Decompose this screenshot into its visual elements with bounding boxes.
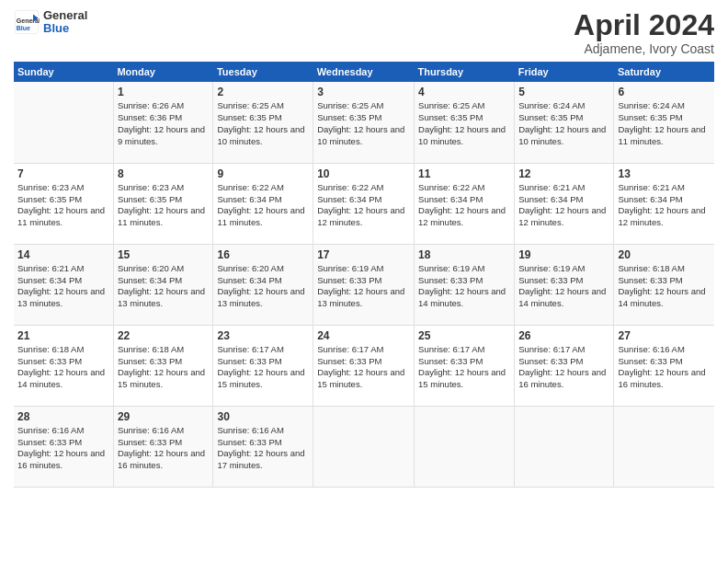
day-cell: 25Sunrise: 6:17 AMSunset: 6:33 PMDayligh… — [415, 325, 515, 406]
day-cell: 15Sunrise: 6:20 AMSunset: 6:34 PMDayligh… — [113, 244, 213, 325]
day-info: Sunrise: 6:21 AMSunset: 6:34 PMDaylight:… — [618, 182, 711, 229]
day-cell — [313, 406, 415, 487]
day-cell: 10Sunrise: 6:22 AMSunset: 6:34 PMDayligh… — [313, 163, 415, 244]
day-number: 9 — [217, 167, 309, 180]
day-number: 1 — [118, 86, 210, 98]
day-number: 16 — [217, 248, 309, 261]
header-row: Sunday Monday Tuesday Wednesday Thursday… — [14, 62, 714, 82]
col-saturday: Saturday — [614, 62, 714, 82]
day-info: Sunrise: 6:16 AMSunset: 6:33 PMDaylight:… — [17, 425, 109, 472]
day-number: 13 — [618, 167, 711, 180]
col-monday: Monday — [113, 62, 213, 82]
day-number: 29 — [118, 410, 210, 423]
day-info: Sunrise: 6:22 AMSunset: 6:34 PMDaylight:… — [317, 182, 410, 229]
day-number: 30 — [217, 410, 309, 423]
day-cell — [415, 406, 515, 487]
day-cell: 9Sunrise: 6:22 AMSunset: 6:34 PMDaylight… — [213, 163, 313, 244]
day-cell: 4Sunrise: 6:25 AMSunset: 6:35 PMDaylight… — [415, 82, 515, 163]
day-info: Sunrise: 6:17 AMSunset: 6:33 PMDaylight:… — [418, 344, 510, 391]
day-info: Sunrise: 6:18 AMSunset: 6:33 PMDaylight:… — [618, 263, 711, 310]
day-number: 7 — [17, 167, 109, 180]
day-cell: 23Sunrise: 6:17 AMSunset: 6:33 PMDayligh… — [213, 325, 313, 406]
day-cell: 2Sunrise: 6:25 AMSunset: 6:35 PMDaylight… — [213, 82, 313, 163]
day-info: Sunrise: 6:18 AMSunset: 6:33 PMDaylight:… — [118, 344, 210, 391]
day-cell — [14, 82, 113, 163]
day-cell: 17Sunrise: 6:19 AMSunset: 6:33 PMDayligh… — [313, 244, 415, 325]
logo-blue: Blue — [43, 21, 69, 35]
week-row-2: 14Sunrise: 6:21 AMSunset: 6:34 PMDayligh… — [14, 244, 714, 325]
calendar-table: Sunday Monday Tuesday Wednesday Thursday… — [14, 62, 714, 488]
day-cell: 1Sunrise: 6:26 AMSunset: 6:36 PMDaylight… — [113, 82, 213, 163]
day-cell: 30Sunrise: 6:16 AMSunset: 6:33 PMDayligh… — [213, 406, 313, 487]
day-number: 19 — [518, 248, 609, 261]
day-info: Sunrise: 6:17 AMSunset: 6:33 PMDaylight:… — [317, 344, 410, 391]
day-number: 6 — [618, 86, 711, 98]
logo-icon: General Blue — [14, 9, 40, 35]
day-cell: 8Sunrise: 6:23 AMSunset: 6:35 PMDaylight… — [113, 163, 213, 244]
day-cell — [515, 406, 614, 487]
logo: General Blue General Blue — [14, 9, 87, 36]
day-cell: 28Sunrise: 6:16 AMSunset: 6:33 PMDayligh… — [14, 406, 113, 487]
day-cell: 27Sunrise: 6:16 AMSunset: 6:33 PMDayligh… — [614, 325, 714, 406]
day-cell: 13Sunrise: 6:21 AMSunset: 6:34 PMDayligh… — [614, 163, 714, 244]
week-row-1: 7Sunrise: 6:23 AMSunset: 6:35 PMDaylight… — [14, 163, 714, 244]
day-cell: 19Sunrise: 6:19 AMSunset: 6:33 PMDayligh… — [515, 244, 614, 325]
day-cell: 26Sunrise: 6:17 AMSunset: 6:33 PMDayligh… — [515, 325, 614, 406]
day-number: 5 — [518, 86, 609, 98]
week-row-4: 28Sunrise: 6:16 AMSunset: 6:33 PMDayligh… — [14, 406, 714, 487]
day-number: 8 — [118, 167, 210, 180]
day-info: Sunrise: 6:25 AMSunset: 6:35 PMDaylight:… — [317, 100, 410, 147]
day-cell: 5Sunrise: 6:24 AMSunset: 6:35 PMDaylight… — [515, 82, 614, 163]
day-info: Sunrise: 6:19 AMSunset: 6:33 PMDaylight:… — [518, 263, 609, 310]
day-cell: 11Sunrise: 6:22 AMSunset: 6:34 PMDayligh… — [415, 163, 515, 244]
day-cell: 22Sunrise: 6:18 AMSunset: 6:33 PMDayligh… — [113, 325, 213, 406]
day-number: 22 — [118, 329, 210, 342]
col-sunday: Sunday — [14, 62, 113, 82]
col-wednesday: Wednesday — [313, 62, 415, 82]
day-info: Sunrise: 6:24 AMSunset: 6:35 PMDaylight:… — [618, 100, 711, 147]
logo-general: General — [43, 8, 87, 22]
day-number: 25 — [418, 329, 510, 342]
day-number: 4 — [418, 86, 510, 98]
day-info: Sunrise: 6:20 AMSunset: 6:34 PMDaylight:… — [118, 263, 210, 310]
day-cell: 7Sunrise: 6:23 AMSunset: 6:35 PMDaylight… — [14, 163, 113, 244]
day-info: Sunrise: 6:19 AMSunset: 6:33 PMDaylight:… — [418, 263, 510, 310]
day-cell: 12Sunrise: 6:21 AMSunset: 6:34 PMDayligh… — [515, 163, 614, 244]
title-block: April 2024 Adjamene, Ivory Coast — [574, 9, 714, 56]
day-number: 17 — [317, 248, 410, 261]
day-cell: 20Sunrise: 6:18 AMSunset: 6:33 PMDayligh… — [614, 244, 714, 325]
day-info: Sunrise: 6:26 AMSunset: 6:36 PMDaylight:… — [118, 100, 210, 147]
day-number: 3 — [317, 86, 410, 98]
day-info: Sunrise: 6:19 AMSunset: 6:33 PMDaylight:… — [317, 263, 410, 310]
day-number: 26 — [518, 329, 609, 342]
main-title: April 2024 — [574, 9, 714, 41]
day-number: 28 — [17, 410, 109, 423]
day-info: Sunrise: 6:25 AMSunset: 6:35 PMDaylight:… — [418, 100, 510, 147]
day-number: 15 — [118, 248, 210, 261]
day-info: Sunrise: 6:16 AMSunset: 6:33 PMDaylight:… — [118, 425, 210, 472]
day-info: Sunrise: 6:23 AMSunset: 6:35 PMDaylight:… — [118, 182, 210, 229]
subtitle: Adjamene, Ivory Coast — [574, 41, 714, 56]
day-info: Sunrise: 6:22 AMSunset: 6:34 PMDaylight:… — [217, 182, 309, 229]
day-info: Sunrise: 6:17 AMSunset: 6:33 PMDaylight:… — [518, 344, 609, 391]
day-number: 12 — [518, 167, 609, 180]
day-info: Sunrise: 6:16 AMSunset: 6:33 PMDaylight:… — [217, 425, 309, 472]
day-cell: 3Sunrise: 6:25 AMSunset: 6:35 PMDaylight… — [313, 82, 415, 163]
day-cell: 24Sunrise: 6:17 AMSunset: 6:33 PMDayligh… — [313, 325, 415, 406]
day-info: Sunrise: 6:16 AMSunset: 6:33 PMDaylight:… — [618, 344, 711, 391]
day-number: 10 — [317, 167, 410, 180]
day-cell: 21Sunrise: 6:18 AMSunset: 6:33 PMDayligh… — [14, 325, 113, 406]
day-info: Sunrise: 6:20 AMSunset: 6:34 PMDaylight:… — [217, 263, 309, 310]
day-cell: 16Sunrise: 6:20 AMSunset: 6:34 PMDayligh… — [213, 244, 313, 325]
day-cell: 14Sunrise: 6:21 AMSunset: 6:34 PMDayligh… — [14, 244, 113, 325]
day-info: Sunrise: 6:18 AMSunset: 6:33 PMDaylight:… — [17, 344, 109, 391]
week-row-0: 1Sunrise: 6:26 AMSunset: 6:36 PMDaylight… — [14, 82, 714, 163]
day-info: Sunrise: 6:24 AMSunset: 6:35 PMDaylight:… — [518, 100, 609, 147]
header: General Blue General Blue April 2024 Adj… — [14, 9, 714, 56]
day-number: 24 — [317, 329, 410, 342]
day-number: 14 — [17, 248, 109, 261]
day-info: Sunrise: 6:17 AMSunset: 6:33 PMDaylight:… — [217, 344, 309, 391]
col-tuesday: Tuesday — [213, 62, 313, 82]
day-info: Sunrise: 6:22 AMSunset: 6:34 PMDaylight:… — [418, 182, 510, 229]
day-number: 18 — [418, 248, 510, 261]
